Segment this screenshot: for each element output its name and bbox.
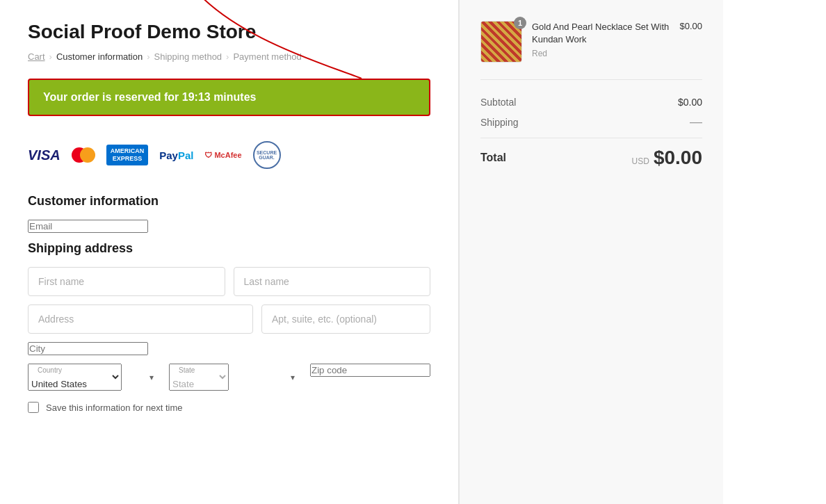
address-field [28,304,253,334]
shipping-row: Shipping — [480,115,702,129]
city-input[interactable] [28,342,148,355]
shipping-label: Shipping [480,117,519,128]
paypal-pal: Pal [178,149,194,161]
timer-text: Your order is reserved for 19:13 minutes [43,91,256,103]
breadcrumb-payment: Payment method [233,51,301,62]
first-name-field [28,267,225,296]
last-name-input[interactable] [234,267,431,296]
apt-input[interactable] [261,304,430,334]
shipping-value: — [690,115,702,129]
breadcrumb: Cart › Customer information › Shipping m… [28,51,430,62]
currency-label: USD [632,156,649,166]
breadcrumb-sep-2: › [147,51,149,62]
guarantee-badge: SECUREGUAR. [253,141,281,169]
left-panel: Social Proof Demo Store Cart › Customer … [0,0,459,504]
store-title: Social Proof Demo Store [28,21,430,43]
subtotal-value: $0.00 [678,97,702,108]
state-select-wrapper: State State ▾ [169,364,302,391]
subtotal-row: Subtotal $0.00 [480,97,702,108]
country-select[interactable]: United States [28,364,122,391]
save-info-label[interactable]: Save this information for next time [46,403,183,413]
grand-total-label: Total [480,152,506,164]
breadcrumb-sep-3: › [226,51,229,62]
amex-badge: AMERICANEXPRESS [106,145,149,165]
zip-input[interactable] [310,364,430,377]
item-image-wrapper: 1 [480,21,522,63]
apt-field [261,304,430,334]
country-state-zip-row: Country United States ▾ State State ▾ [28,364,430,391]
mcafee-shield-icon: 🛡 [204,151,212,159]
country-chevron-icon: ▾ [149,373,154,382]
right-panel: 1 Gold And Pearl Necklace Set With Kunda… [459,0,723,504]
country-select-wrapper: Country United States ▾ [28,364,161,391]
email-input[interactable] [28,220,148,233]
paypal-pay: Pay [159,149,178,161]
page-wrapper: Social Proof Demo Store Cart › Customer … [0,0,826,504]
breadcrumb-sep-1: › [49,51,52,62]
grand-total-value: $0.00 [654,147,702,169]
mcafee-badge: 🛡 McAfee [204,151,241,159]
subtotal-label: Subtotal [480,97,516,108]
country-field: Country United States ▾ [28,364,161,391]
grand-total-row: Total USD $0.00 [480,147,702,169]
timer-banner: Your order is reserved for 19:13 minutes [28,79,430,116]
order-item: 1 Gold And Pearl Necklace Set With Kunda… [480,21,702,80]
item-name: Gold And Pearl Necklace Set With Kundan … [532,21,670,46]
first-name-input[interactable] [28,267,225,296]
customer-info-heading: Customer information [28,194,430,209]
promo-block-wrapper: Your order is reserved for 19:13 minutes… [28,79,430,180]
state-chevron-icon: ▾ [291,373,295,382]
trust-badges: VISA AMERICANEXPRESS PayPal 🛡 McAfee SEC… [28,130,430,180]
last-name-field [234,267,431,296]
mcafee-label: McAfee [214,151,241,159]
address-row [28,304,430,334]
breadcrumb-customer-info: Customer information [56,51,143,62]
breadcrumb-cart[interactable]: Cart [28,51,45,62]
order-totals: Subtotal $0.00 Shipping — Total USD $0.0… [480,97,702,169]
grand-total-right: USD $0.00 [632,147,702,169]
address-input[interactable] [28,304,253,334]
mastercard-circle-orange [80,147,95,163]
city-field-group [28,342,430,355]
item-details: Gold And Pearl Necklace Set With Kundan … [532,21,670,58]
save-info-checkbox[interactable] [28,402,39,413]
save-info-row: Save this information for next time [28,402,430,413]
name-row [28,267,430,296]
state-select[interactable]: State [169,364,229,391]
email-field-group [28,220,430,233]
breadcrumb-shipping: Shipping method [154,51,222,62]
item-price: $0.00 [679,21,702,31]
state-field: State State ▾ [169,364,302,391]
zip-field [310,364,430,391]
total-divider [480,138,702,138]
paypal-badge: PayPal [159,149,193,161]
visa-badge: VISA [28,147,60,163]
item-quantity-badge: 1 [514,17,526,29]
shipping-address-heading: Shipping address [28,241,430,256]
mastercard-badge [72,147,95,163]
item-variant: Red [532,49,670,58]
